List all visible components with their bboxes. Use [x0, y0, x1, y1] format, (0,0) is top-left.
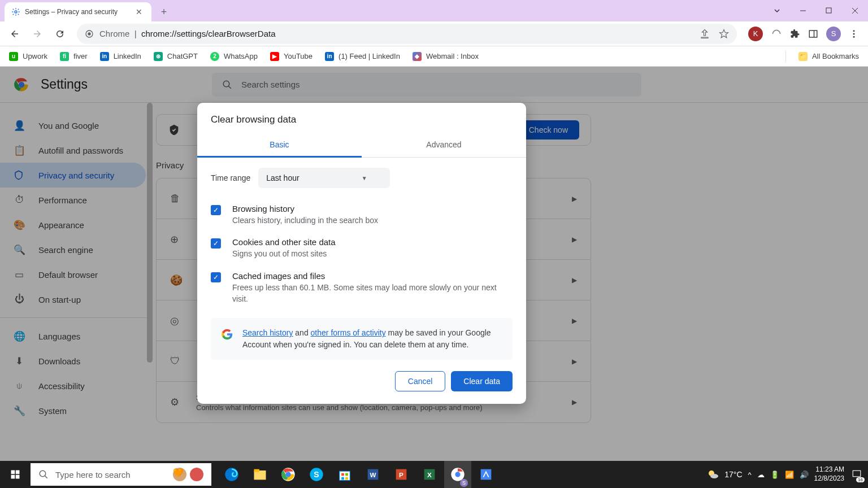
tray-volume-icon[interactable]: 🔊	[800, 470, 809, 479]
taskbar-explorer-icon[interactable]	[246, 461, 274, 488]
window-titlebar: Settings – Privacy and security ✕ +	[0, 0, 868, 21]
bookmark-star-icon[interactable]	[719, 29, 729, 39]
back-button[interactable]	[5, 24, 25, 44]
svg-point-42	[455, 472, 460, 477]
tab-title: Settings – Privacy and security	[25, 8, 129, 16]
checkbox-cookies[interactable]: ✓ Cookies and other site dataSigns you o…	[197, 232, 526, 265]
svg-point-9	[853, 30, 855, 32]
dialog-tabs: Basic Advanced	[197, 133, 526, 158]
taskbar-chrome-active-icon[interactable]: S	[444, 461, 471, 488]
close-button[interactable]	[842, 2, 868, 19]
tray-chevron-icon[interactable]: ^	[748, 470, 752, 479]
bookmark-linkedin[interactable]: inLinkedIn	[100, 52, 141, 61]
sidepanel-icon[interactable]	[808, 29, 818, 39]
svg-rect-7	[809, 30, 817, 37]
time-range-value: Last hour	[266, 173, 299, 182]
svg-rect-24	[254, 470, 266, 480]
minimize-button[interactable]	[790, 2, 816, 19]
forward-button[interactable]	[27, 24, 47, 44]
time-range-row: Time range Last hour ▼	[197, 158, 526, 198]
address-bar[interactable]: Chrome | chrome://settings/clearBrowserD…	[77, 24, 737, 44]
svg-point-10	[853, 33, 855, 34]
bookmark-webmail[interactable]: ◆Webmail : Inbox	[413, 52, 479, 61]
clear-data-button[interactable]: Clear data	[451, 371, 513, 391]
checkbox-checked-icon[interactable]: ✓	[211, 272, 221, 282]
tray-onedrive-icon[interactable]: ☁	[757, 470, 765, 479]
time-range-select[interactable]: Last hour ▼	[258, 168, 389, 188]
other-activity-link[interactable]: other forms of activity	[311, 328, 386, 337]
start-button[interactable]	[0, 461, 31, 488]
checkbox-cached[interactable]: ✓ Cached images and filesFrees up less t…	[197, 265, 526, 311]
caret-down-icon: ▼	[362, 175, 367, 181]
notification-badge: 16	[856, 477, 865, 482]
svg-rect-17	[11, 470, 15, 474]
bookmark-youtube[interactable]: ▶YouTube	[270, 52, 313, 61]
tab-close-icon[interactable]: ✕	[133, 7, 145, 16]
svg-point-27	[285, 472, 290, 477]
taskbar-chrome-icon[interactable]	[275, 461, 302, 488]
bookmark-chatgpt[interactable]: ⊛ChatGPT	[154, 52, 198, 61]
search-history-link[interactable]: Search history	[242, 328, 293, 337]
svg-rect-2	[826, 8, 831, 13]
svg-point-6	[88, 32, 90, 35]
svg-rect-20	[16, 475, 20, 479]
taskbar-excel-icon[interactable]: X	[416, 461, 443, 488]
browser-tab[interactable]: Settings – Privacy and security ✕	[5, 2, 151, 21]
taskbar-skype-icon[interactable]: S	[303, 461, 330, 488]
tab-basic[interactable]: Basic	[197, 133, 362, 157]
maximize-button[interactable]	[816, 2, 842, 19]
notification-center-icon[interactable]: 16	[850, 468, 863, 481]
address-text: Chrome | chrome://settings/clearBrowserD…	[99, 29, 276, 38]
bookmarks-bar: uUpwork fifiver inLinkedIn ⊛ChatGPT 2Wha…	[0, 46, 868, 67]
bookmark-fiver[interactable]: fifiver	[60, 52, 88, 61]
svg-line-22	[45, 476, 47, 478]
toolbar-extensions: K S	[744, 27, 863, 41]
weather-icon	[706, 468, 720, 481]
tab-search-chevron-icon[interactable]	[764, 2, 790, 19]
menu-dots-icon[interactable]	[849, 29, 859, 39]
bookmark-feed-linkedin[interactable]: in(1) Feed | LinkedIn	[325, 52, 400, 61]
cancel-button[interactable]: Cancel	[395, 371, 446, 391]
search-icon	[38, 469, 49, 480]
checkbox-checked-icon[interactable]: ✓	[211, 238, 221, 249]
all-bookmarks-button[interactable]: 📁All Bookmarks	[798, 52, 859, 61]
site-info-icon	[85, 29, 94, 38]
extensions-puzzle-icon[interactable]	[790, 29, 800, 39]
extension-avatar[interactable]: K	[748, 27, 763, 41]
taskbar-clock[interactable]: 11:23 AM 12/8/2023	[814, 465, 844, 483]
taskbar-apps: S W P X S	[218, 461, 500, 488]
weather-widget[interactable]: 17°C	[706, 468, 742, 481]
taskbar-store-icon[interactable]	[331, 461, 358, 488]
dialog-actions: Cancel Clear data	[197, 360, 526, 404]
tray-battery-icon[interactable]: 🔋	[770, 470, 779, 479]
svg-rect-31	[341, 473, 344, 476]
windows-logo-icon	[10, 469, 20, 480]
tab-advanced[interactable]: Advanced	[362, 133, 526, 157]
clear-browsing-data-dialog: Clear browsing data Basic Advanced Time …	[197, 103, 526, 404]
svg-rect-25	[254, 469, 259, 472]
checkbox-checked-icon[interactable]: ✓	[211, 205, 221, 215]
new-tab-button[interactable]: +	[156, 4, 172, 20]
taskbar-app-icon[interactable]	[472, 461, 500, 488]
reload-button[interactable]	[50, 24, 70, 44]
share-icon[interactable]	[700, 29, 710, 39]
taskbar-word-icon[interactable]: W	[359, 461, 387, 488]
windows-taskbar: Type here to search 🧡 S W P X S 17°C ^ ☁…	[0, 461, 868, 488]
checkbox-browsing-history[interactable]: ✓ Browsing historyClears history, includ…	[197, 198, 526, 232]
svg-rect-34	[345, 477, 348, 480]
svg-rect-33	[341, 477, 344, 480]
tray-wifi-icon[interactable]: 📶	[785, 470, 794, 479]
profile-avatar[interactable]: S	[826, 27, 841, 41]
bookmark-upwork[interactable]: uUpwork	[9, 52, 47, 61]
taskbar-edge-icon[interactable]	[218, 461, 245, 488]
dialog-title: Clear browsing data	[197, 103, 526, 133]
taskbar-powerpoint-icon[interactable]: P	[388, 461, 415, 488]
svg-rect-30	[340, 471, 350, 480]
bookmark-whatsapp[interactable]: 2WhatsApp	[210, 52, 258, 61]
search-deco-icon: 🧡	[173, 468, 186, 481]
svg-point-0	[15, 11, 17, 13]
taskbar-search[interactable]: Type here to search 🧡	[31, 463, 211, 486]
svg-text:S: S	[314, 470, 319, 479]
browser-toolbar: Chrome | chrome://settings/clearBrowserD…	[0, 21, 868, 46]
extension-icon[interactable]	[771, 28, 782, 40]
